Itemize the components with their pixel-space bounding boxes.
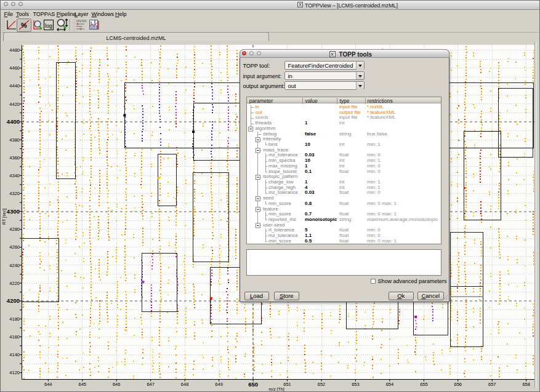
svg-text:4280: 4280 <box>9 226 20 232</box>
svg-text:4400: 4400 <box>7 118 20 125</box>
svg-text:647: 647 <box>147 382 155 387</box>
svg-text:MS/MS: MS/MS <box>76 19 87 23</box>
svg-text:4220: 4220 <box>9 281 20 286</box>
svg-text:4380: 4380 <box>9 137 20 143</box>
svg-text:4180: 4180 <box>9 316 20 322</box>
svg-text:m/z [Th]: m/z [Th] <box>268 387 284 392</box>
svg-text:648: 648 <box>181 382 189 387</box>
svg-text:658: 658 <box>522 382 530 387</box>
svg-text:652: 652 <box>318 382 326 387</box>
svg-text:%: % <box>21 22 27 29</box>
svg-text:4140: 4140 <box>9 352 20 358</box>
svg-text:4480: 4480 <box>9 47 20 53</box>
svg-text:657: 657 <box>488 382 496 387</box>
svg-text:4440: 4440 <box>9 83 20 89</box>
svg-text:655: 655 <box>420 382 428 387</box>
svg-text:4460: 4460 <box>9 65 20 71</box>
svg-text:4120: 4120 <box>9 370 20 375</box>
svg-text:644: 644 <box>44 382 52 387</box>
svg-text:4260: 4260 <box>9 244 20 250</box>
svg-text:4360: 4360 <box>9 155 20 161</box>
svg-text:4320: 4320 <box>9 191 20 196</box>
svg-text:4200: 4200 <box>7 297 20 304</box>
svg-text:653: 653 <box>352 382 360 387</box>
svg-text:RT [sec]: RT [sec] <box>2 209 7 225</box>
svg-text:650: 650 <box>248 381 258 388</box>
svg-text:4300: 4300 <box>7 208 20 215</box>
svg-text:4420: 4420 <box>9 102 20 107</box>
svg-text:646: 646 <box>113 382 121 387</box>
svg-text:651: 651 <box>283 382 291 387</box>
svg-text:4340: 4340 <box>9 173 20 178</box>
svg-text:656: 656 <box>454 382 462 387</box>
svg-text:654: 654 <box>386 382 394 387</box>
svg-text:4160: 4160 <box>9 334 20 340</box>
svg-text:log: log <box>45 23 52 29</box>
svg-text:649: 649 <box>215 382 223 387</box>
svg-text:4240: 4240 <box>9 263 20 268</box>
svg-text:645: 645 <box>79 382 87 387</box>
